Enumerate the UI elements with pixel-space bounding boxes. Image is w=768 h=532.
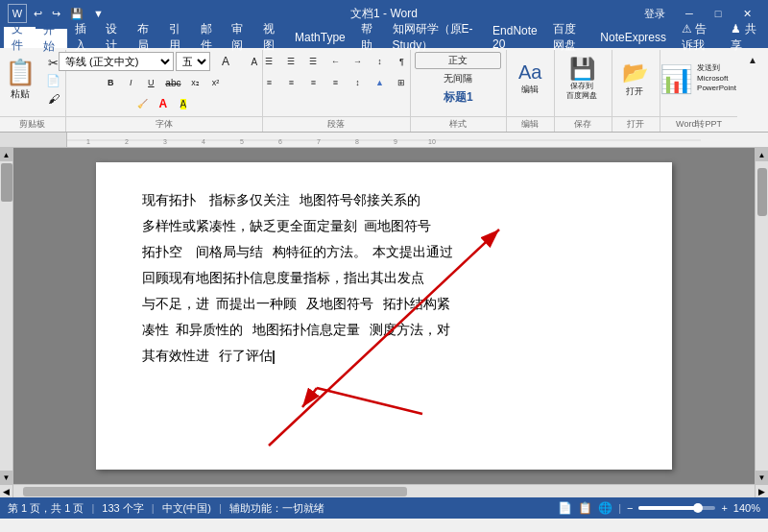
format-painter-btn[interactable]: 🖌 bbox=[42, 90, 64, 108]
shading-btn[interactable]: ▲ bbox=[369, 73, 390, 92]
shrink-icon: A bbox=[252, 57, 258, 67]
svg-text:5: 5 bbox=[240, 138, 244, 145]
save-baidu-btn[interactable]: 💾 保存到百度网盘 bbox=[559, 52, 605, 106]
text-line-7: 其有效性进 行了评估 bbox=[142, 345, 626, 369]
superscript-btn[interactable]: x² bbox=[205, 73, 225, 92]
align-center-btn[interactable]: ≡ bbox=[280, 73, 301, 92]
menu-baidu[interactable]: 百度网盘 bbox=[545, 27, 593, 48]
subscript-btn[interactable]: x₂ bbox=[185, 73, 204, 92]
copy-btn[interactable]: 📄 bbox=[42, 72, 64, 89]
align-right-btn[interactable]: ≡ bbox=[302, 73, 324, 92]
qa-dropdown-btn[interactable]: ▼ bbox=[90, 7, 107, 20]
menu-file[interactable]: 文件 bbox=[4, 27, 36, 48]
v-scroll-up-btn[interactable]: ▲ bbox=[756, 148, 769, 161]
view-web-btn[interactable]: 🌐 bbox=[598, 501, 612, 515]
paste-btn[interactable]: 📋 粘贴 bbox=[0, 52, 40, 106]
strikethrough-btn[interactable]: abc bbox=[161, 73, 184, 92]
menu-noteexpress[interactable]: NoteExpress bbox=[592, 27, 674, 48]
style-normal-btn[interactable]: 正文 bbox=[415, 52, 501, 69]
grow-font-btn[interactable]: A bbox=[212, 52, 239, 71]
document-area: 现有拓扑 指标多仅关注 地图符号邻接关系的 多样性或紧凑性，缺乏更全面定量刻 画… bbox=[13, 148, 755, 484]
undo-btn[interactable]: ↩ bbox=[31, 7, 45, 21]
grow-icon: A bbox=[222, 55, 229, 68]
line-spacing-btn[interactable]: ↕ bbox=[347, 73, 368, 92]
page-info[interactable]: 第 1 页，共 1 页 bbox=[8, 501, 84, 516]
open-group: 📂 打开 打开 bbox=[612, 50, 660, 132]
multilevel-btn[interactable]: ☰ bbox=[302, 52, 324, 71]
style-h1-label: 标题1 bbox=[444, 89, 473, 106]
font-label: 字体 bbox=[66, 116, 262, 131]
paste-icon: 📋 bbox=[5, 58, 36, 87]
zoom-level[interactable]: 140% bbox=[733, 502, 760, 514]
zoom-out-btn[interactable]: − bbox=[627, 502, 633, 514]
menu-references[interactable]: 引用 bbox=[161, 27, 193, 48]
style-nosp-btn[interactable]: 无间隔 bbox=[415, 70, 501, 87]
send-ppt-btn[interactable]: 📊 发送到Microsoft PowerPoint bbox=[664, 52, 732, 106]
app-icon: W bbox=[8, 4, 27, 23]
style-nosp-label: 无间隔 bbox=[444, 72, 472, 85]
login-btn[interactable]: 登录 bbox=[636, 0, 674, 27]
menu-home[interactable]: 开始 bbox=[36, 27, 67, 48]
zoom-slider[interactable] bbox=[638, 506, 715, 510]
indent-inc-btn[interactable]: → bbox=[347, 52, 368, 71]
sort-btn[interactable]: ↕ bbox=[369, 52, 390, 71]
menu-tellme[interactable]: ⚠ 告诉我 bbox=[674, 27, 723, 48]
redo-btn[interactable]: ↪ bbox=[49, 7, 63, 21]
menu-layout[interactable]: 布局 bbox=[130, 27, 161, 48]
menu-study[interactable]: 知网研学（原E-Study） bbox=[385, 27, 486, 48]
svg-text:4: 4 bbox=[202, 138, 205, 145]
font-group: 等线 (正文中文) 五号 A A B I U abc x₂ x² 🧹 A A 字… bbox=[66, 50, 263, 132]
document-content[interactable]: 现有拓扑 指标多仅关注 地图符号邻接关系的 多样性或紧凑性，缺乏更全面定量刻 画… bbox=[142, 189, 626, 369]
text-line-1: 现有拓扑 指标多仅关注 地图符号邻接关系的 bbox=[142, 189, 626, 213]
svg-text:6: 6 bbox=[278, 138, 282, 145]
save-quick-btn[interactable]: 💾 bbox=[67, 7, 86, 21]
language[interactable]: 中文(中国) bbox=[162, 501, 211, 516]
numbering-btn[interactable]: ☰ bbox=[280, 52, 301, 71]
scroll-down-btn[interactable]: ▼ bbox=[0, 471, 13, 484]
style-label: 样式 bbox=[411, 116, 506, 131]
clear-format-btn[interactable]: 🧹 bbox=[133, 94, 153, 113]
zoom-in-btn[interactable]: + bbox=[721, 502, 727, 514]
view-print-btn[interactable]: 📋 bbox=[578, 501, 592, 515]
open-label: 打开 bbox=[626, 85, 643, 98]
collapse-ribbon-btn[interactable]: ▲ bbox=[739, 52, 766, 67]
show-marks-btn[interactable]: ¶ bbox=[391, 52, 412, 71]
underline-icon: U bbox=[148, 78, 155, 87]
menu-help[interactable]: 帮助 bbox=[353, 27, 385, 48]
borders-btn[interactable]: ⊞ bbox=[391, 73, 412, 92]
indent-dec-btn[interactable]: ← bbox=[324, 52, 346, 71]
borders-icon: ⊞ bbox=[397, 78, 405, 87]
menu-view[interactable]: 视图 bbox=[255, 27, 287, 48]
highlight-btn[interactable]: A bbox=[174, 94, 193, 113]
font-name-select[interactable]: 等线 (正文中文) bbox=[59, 52, 174, 71]
italic-btn[interactable]: I bbox=[121, 73, 140, 92]
font-color-btn[interactable]: A bbox=[154, 94, 173, 113]
underline-btn[interactable]: U bbox=[141, 73, 160, 92]
bold-btn[interactable]: B bbox=[101, 73, 120, 92]
scroll-thumb[interactable] bbox=[1, 163, 12, 202]
ruler: 1 2 3 4 5 6 7 8 9 10 bbox=[0, 133, 768, 148]
v-scroll-down-btn[interactable]: ▼ bbox=[756, 471, 769, 484]
style-h1-btn[interactable]: 标题1 bbox=[415, 88, 501, 106]
align-left-btn[interactable]: ≡ bbox=[258, 73, 279, 92]
scroll-up-btn[interactable]: ▲ bbox=[0, 148, 13, 161]
menu-review[interactable]: 审阅 bbox=[224, 27, 255, 48]
view-read-btn[interactable]: 📄 bbox=[558, 501, 572, 515]
menu-insert[interactable]: 插入 bbox=[67, 27, 99, 48]
menu-mathtype[interactable]: MathType bbox=[287, 27, 353, 48]
font-size-select[interactable]: 五号 bbox=[176, 52, 210, 71]
edit-group-label: 编辑 bbox=[507, 116, 554, 131]
h-scroll-left-btn[interactable]: ◀ bbox=[0, 485, 13, 497]
menu-share[interactable]: ♟ 共享 bbox=[723, 27, 764, 48]
h-scroll-right-btn[interactable]: ▶ bbox=[755, 485, 768, 497]
justify-btn[interactable]: ≡ bbox=[324, 73, 346, 92]
window-title: 文档1 - Word bbox=[350, 6, 418, 22]
char-count[interactable]: 133 个字 bbox=[102, 501, 143, 516]
menu-mailings[interactable]: 邮件 bbox=[193, 27, 225, 48]
style-gallery-btn[interactable]: Aa 编辑 bbox=[509, 52, 551, 106]
open-btn[interactable]: 📂 打开 bbox=[613, 52, 656, 106]
bold-icon: B bbox=[108, 78, 114, 87]
menu-design[interactable]: 设计 bbox=[98, 27, 130, 48]
menu-endnote[interactable]: EndNote 20 bbox=[485, 27, 545, 48]
bullets-btn[interactable]: ☰ bbox=[258, 52, 279, 71]
